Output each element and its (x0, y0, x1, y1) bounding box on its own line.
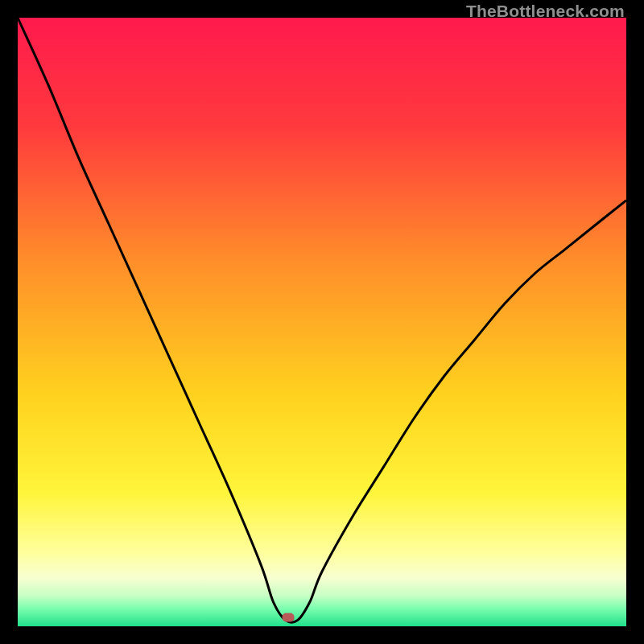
outer-frame: TheBottleneck.com (0, 0, 644, 644)
bottleneck-curve (18, 18, 626, 626)
watermark-text: TheBottleneck.com (466, 2, 625, 21)
optimal-point-marker (283, 613, 295, 621)
curve-path (18, 18, 626, 622)
